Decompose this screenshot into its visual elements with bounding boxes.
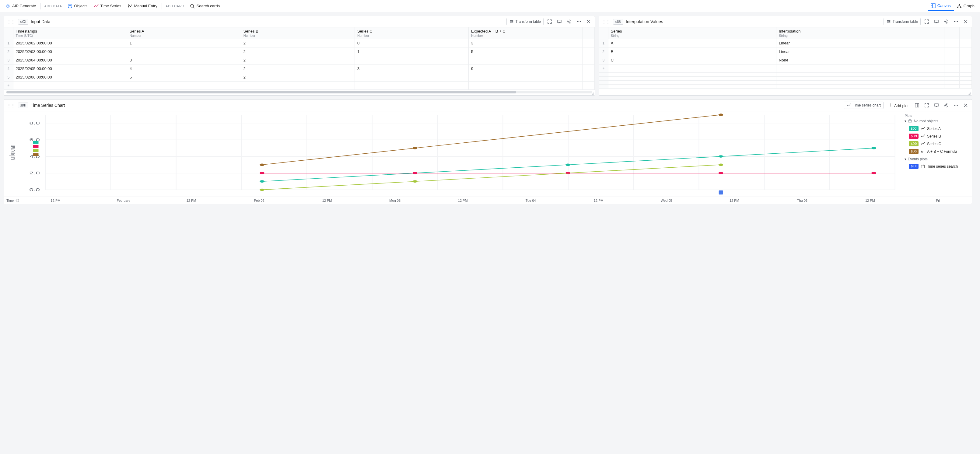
gear-icon[interactable] [15, 198, 20, 203]
legend-token: $DJ [909, 126, 918, 131]
settings-button[interactable] [565, 18, 573, 25]
add-row-button[interactable]: + [599, 65, 972, 73]
close-button[interactable] [585, 18, 592, 25]
horizontal-scrollbar[interactable] [6, 91, 592, 94]
column-header[interactable]: Series ANumber [127, 27, 241, 39]
table-row[interactable]: 22025/02/03 00:00:00215 [4, 48, 595, 56]
transform-table-button[interactable]: Transform table [506, 18, 544, 25]
separator [40, 3, 41, 10]
card-header: ⋮⋮ $DH Time Series Chart Time series cha… [4, 100, 972, 111]
card-token[interactable]: $CX [18, 19, 28, 25]
svg-point-2 [959, 4, 960, 5]
table-row[interactable]: 32025/02/04 00:00:0032 [4, 56, 595, 65]
top-toolbar: AIP Generate ADD DATA Objects Time Serie… [0, 0, 980, 12]
settings-button[interactable] [943, 102, 950, 109]
graph-icon [957, 4, 962, 8]
transform-label: Transform table [515, 19, 541, 24]
column-header[interactable]: SeriesString [608, 27, 776, 39]
svg-point-69 [17, 200, 18, 201]
settings-button[interactable] [943, 18, 950, 25]
svg-point-8 [579, 21, 579, 22]
column-header[interactable]: Series BNumber [241, 27, 355, 39]
svg-point-58 [719, 172, 724, 175]
time-tick: Tue 04 [497, 199, 565, 202]
expand-button[interactable] [546, 18, 553, 25]
add-column-button[interactable]: + [944, 27, 959, 39]
column-header[interactable]: Series CNumber [355, 27, 468, 39]
more-button[interactable] [575, 18, 582, 25]
card-token[interactable]: $DH [18, 103, 28, 108]
legend-item[interactable]: $DO Series C [905, 140, 969, 148]
card-token[interactable]: $DU [613, 19, 623, 25]
chart-type-button[interactable]: Time series chart [844, 102, 883, 109]
aip-generate-label: AIP Generate [12, 4, 36, 8]
canvas-tab[interactable]: Canvas [928, 2, 954, 11]
table-row[interactable]: 42025/02/05 00:00:004239 [4, 65, 595, 73]
resize-handle-icon[interactable] [968, 92, 971, 95]
time-series-label: Time Series [100, 4, 121, 8]
more-button[interactable] [952, 102, 959, 109]
drag-handle-icon[interactable]: ⋮⋮ [6, 103, 16, 108]
layout-button[interactable] [913, 102, 921, 109]
svg-point-52 [565, 164, 570, 166]
table-row[interactable]: 1ALinear [599, 39, 972, 48]
svg-rect-16 [935, 104, 938, 106]
close-button[interactable] [962, 18, 969, 25]
legend-item[interactable]: $DS fx A + B + C Formula [905, 148, 969, 155]
svg-point-3 [957, 7, 958, 8]
table-row[interactable]: 2BLinear [599, 48, 972, 56]
more-button[interactable] [952, 18, 959, 25]
close-button[interactable] [962, 102, 969, 109]
drag-handle-icon[interactable]: ⋮⋮ [6, 19, 16, 25]
legend-token: $DO [909, 141, 918, 146]
card-header: ⋮⋮ $DU Interpolation Values Transform ta… [599, 16, 972, 27]
svg-point-50 [259, 180, 264, 183]
svg-point-13 [956, 21, 956, 22]
legend-item-events[interactable]: $EK Time series search [905, 162, 969, 170]
add-plot-button[interactable]: Add plot [886, 101, 911, 109]
drag-handle-icon[interactable]: ⋮⋮ [601, 19, 611, 25]
svg-point-19 [956, 105, 956, 106]
interpolation-table: SeriesStringInterpolationString+1ALinear… [599, 27, 972, 89]
table-row[interactable]: 52025/02/06 00:00:0052 [4, 73, 595, 81]
table-row [599, 73, 972, 77]
objects-button[interactable]: Objects [65, 2, 91, 10]
time-tick: 12 PM [429, 199, 497, 202]
legend-token: $DS [909, 149, 918, 154]
column-header[interactable]: TimestampsTime (UTC) [13, 27, 127, 39]
expand-button[interactable] [923, 102, 931, 109]
add-plot-label: Add plot [894, 103, 909, 108]
expand-button[interactable] [923, 18, 931, 25]
time-tick: Fri [904, 199, 972, 202]
svg-rect-15 [915, 103, 919, 107]
present-button[interactable] [933, 18, 940, 25]
search-icon [190, 4, 195, 8]
chart-plot-area[interactable]: 0.02.04.06.08.0unknown [4, 111, 902, 197]
svg-point-55 [259, 172, 264, 175]
table-row [599, 77, 972, 81]
time-tick: Wed 05 [632, 199, 700, 202]
add-row-button[interactable]: + [4, 81, 595, 90]
column-header[interactable]: Expected A + B + CNumber [469, 27, 582, 39]
legend-item[interactable]: $DM Series B [905, 132, 969, 140]
svg-point-54 [871, 147, 876, 149]
transform-table-button[interactable]: Transform table [883, 18, 921, 25]
manual-entry-button[interactable]: Manual Entry [124, 2, 161, 10]
resize-handle-icon[interactable] [591, 92, 594, 95]
time-series-button[interactable]: Time Series [91, 2, 124, 10]
time-tick: 12 PM [293, 199, 361, 202]
legend-item[interactable]: $DJ Series A [905, 125, 969, 132]
search-cards-button[interactable]: Search cards [187, 2, 223, 10]
present-button[interactable] [556, 18, 563, 25]
table-row[interactable]: 3CNone [599, 56, 972, 65]
input-data-card: ⋮⋮ $CX Input Data Transform table Timest… [4, 16, 595, 95]
cube-icon [908, 119, 912, 124]
column-header[interactable]: InterpolationString [776, 27, 944, 39]
table-row[interactable]: 12025/02/02 00:00:001203 [4, 39, 595, 48]
present-button[interactable] [933, 102, 940, 109]
svg-rect-68 [921, 165, 924, 168]
aip-generate-button[interactable]: AIP Generate [2, 2, 39, 10]
graph-tab[interactable]: Graph [954, 2, 978, 10]
time-tick: 12 PM [700, 199, 768, 202]
series-icon [920, 126, 925, 131]
